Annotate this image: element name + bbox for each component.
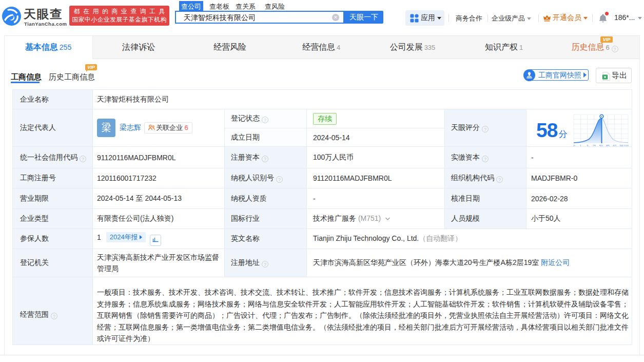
svg-text:99: 99 [620, 144, 623, 147]
svg-text:3: 3 [587, 144, 589, 147]
svg-text:1: 1 [580, 144, 582, 147]
svg-text:85: 85 [606, 144, 610, 147]
svg-text:0: 0 [573, 144, 575, 147]
svg-text:97: 97 [613, 144, 616, 147]
svg-text:100: 100 [623, 144, 629, 147]
svg-text:15: 15 [592, 144, 596, 147]
svg-text:50: 50 [599, 144, 603, 147]
